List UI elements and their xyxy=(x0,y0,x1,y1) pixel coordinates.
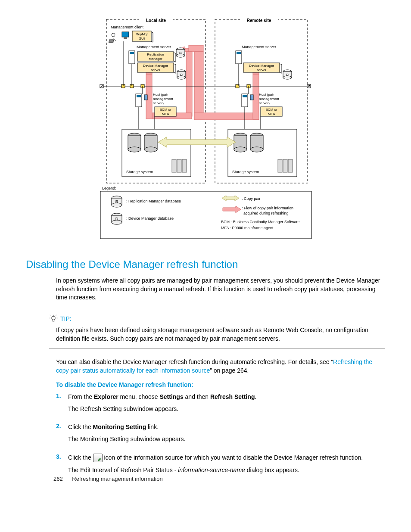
svg-point-103 xyxy=(128,147,141,152)
svg-point-106 xyxy=(144,147,157,152)
svg-rect-118 xyxy=(283,159,287,172)
svg-line-146 xyxy=(50,315,51,316)
svg-rect-17 xyxy=(194,113,259,120)
svg-text:Manager: Manager xyxy=(149,57,162,61)
svg-point-113 xyxy=(234,147,247,152)
step-1: 1. From the Explorer menu, choose Settin… xyxy=(56,392,385,417)
svg-text:server: server xyxy=(151,68,161,72)
svg-line-38 xyxy=(174,64,176,65)
svg-text:: Copy pair: : Copy pair xyxy=(242,196,261,201)
svg-rect-6 xyxy=(122,32,129,37)
edit-icon xyxy=(93,454,103,462)
mgmt-client-label: Management client xyxy=(111,25,144,29)
svg-text:server): server) xyxy=(259,101,270,105)
svg-text:: Replication Manager database: : Replication Manager database xyxy=(126,199,181,203)
svg-rect-107 xyxy=(172,159,176,172)
svg-rect-119 xyxy=(288,159,293,172)
svg-text:acquired during refreshing: acquired during refreshing xyxy=(243,211,289,215)
svg-point-4 xyxy=(112,33,115,37)
svg-text:D: D xyxy=(286,73,289,77)
svg-text:GUI: GUI xyxy=(139,37,145,40)
svg-text:management: management xyxy=(259,97,279,101)
svg-line-10 xyxy=(151,41,153,42)
page-number: 262 xyxy=(53,476,63,482)
svg-rect-49 xyxy=(237,52,241,54)
tip-text: If copy pairs have been defined using st… xyxy=(56,326,385,343)
svg-marker-136 xyxy=(223,206,241,213)
svg-text:: Device Manager database: : Device Manager database xyxy=(126,216,174,221)
tip-label: TIP: xyxy=(60,315,72,322)
svg-marker-14 xyxy=(189,45,203,52)
svg-text:Device Manager: Device Manager xyxy=(143,64,168,68)
svg-line-9 xyxy=(151,32,153,33)
svg-text:Legend:: Legend: xyxy=(102,186,116,190)
svg-rect-109 xyxy=(182,159,187,172)
svg-text:server: server xyxy=(257,68,267,72)
svg-text:Management server: Management server xyxy=(242,45,276,49)
svg-text:R: R xyxy=(115,199,118,204)
svg-text:Storage system: Storage system xyxy=(126,170,153,174)
svg-line-52 xyxy=(280,72,282,73)
procedure-steps: 1. From the Explorer menu, choose Settin… xyxy=(56,392,385,478)
step-2: 2. Click the Monitoring Setting link. Th… xyxy=(56,423,385,447)
svg-text:Storage system: Storage system xyxy=(232,170,259,174)
svg-marker-134 xyxy=(222,196,239,201)
svg-text:D: D xyxy=(115,217,118,221)
svg-text:server): server) xyxy=(153,101,164,105)
svg-text:RepMgr: RepMgr xyxy=(136,32,148,36)
svg-text:MFA: MFA xyxy=(162,112,169,116)
tip-icon xyxy=(49,314,58,323)
svg-line-29 xyxy=(174,61,176,62)
svg-rect-78 xyxy=(144,95,147,100)
footer-title: Refreshing management information xyxy=(72,476,162,482)
svg-rect-20 xyxy=(186,52,192,116)
svg-text:Device Manager: Device Manager xyxy=(249,64,274,68)
svg-marker-121 xyxy=(158,137,236,147)
tip-box: TIP: If copy pairs have been defined usi… xyxy=(49,310,385,349)
svg-rect-117 xyxy=(278,159,282,172)
svg-rect-18 xyxy=(253,74,259,119)
svg-text:Host (pair: Host (pair xyxy=(259,93,274,96)
page-footer: 262 Refreshing management information xyxy=(53,476,163,482)
svg-text:D: D xyxy=(180,73,183,77)
svg-text:Host (pair: Host (pair xyxy=(153,93,168,96)
svg-text:BCM or: BCM or xyxy=(265,108,277,112)
svg-line-39 xyxy=(174,72,176,73)
svg-text:MFA: MFA xyxy=(268,112,275,116)
procedure-heading: To disable the Device Manager refresh fu… xyxy=(56,381,385,388)
svg-line-51 xyxy=(280,64,282,65)
svg-rect-76 xyxy=(137,95,141,97)
svg-text:R: R xyxy=(179,51,182,55)
svg-line-28 xyxy=(174,53,176,53)
svg-text:management: management xyxy=(153,97,173,101)
intro-paragraph: In open systems where all copy pairs are… xyxy=(26,277,385,302)
svg-rect-26 xyxy=(130,52,134,54)
svg-text:MFA : P9000 mainframe agent: MFA : P9000 mainframe agent xyxy=(221,226,274,230)
svg-text:Replication: Replication xyxy=(147,53,164,56)
svg-rect-90 xyxy=(250,95,253,100)
svg-text:BCM : Business Continuity Mana: BCM : Business Continuity Manager Softwa… xyxy=(221,220,300,224)
svg-line-147 xyxy=(56,315,57,316)
svg-rect-7 xyxy=(124,37,127,39)
local-site-label: Local site xyxy=(146,18,166,23)
svg-point-141 xyxy=(52,316,55,320)
svg-text:Management server: Management server xyxy=(137,45,171,49)
remote-site-label: Remote site xyxy=(247,18,271,23)
svg-rect-108 xyxy=(177,159,181,172)
svg-rect-16 xyxy=(194,52,203,116)
architecture-diagram: Local site Remote site Management client… xyxy=(26,17,385,246)
svg-text:: Flow of copy pair informatio: : Flow of copy pair information xyxy=(242,206,293,210)
section-heading: Disabling the Device Manager refresh fun… xyxy=(26,258,385,271)
step-3: 3. Click the icon of the information sou… xyxy=(56,453,385,478)
svg-rect-5 xyxy=(109,40,114,43)
svg-point-116 xyxy=(250,147,263,152)
see-also-paragraph: You can also disable the Device Manager … xyxy=(26,358,385,375)
svg-text:BCM or: BCM or xyxy=(159,108,171,112)
svg-rect-88 xyxy=(243,95,247,97)
